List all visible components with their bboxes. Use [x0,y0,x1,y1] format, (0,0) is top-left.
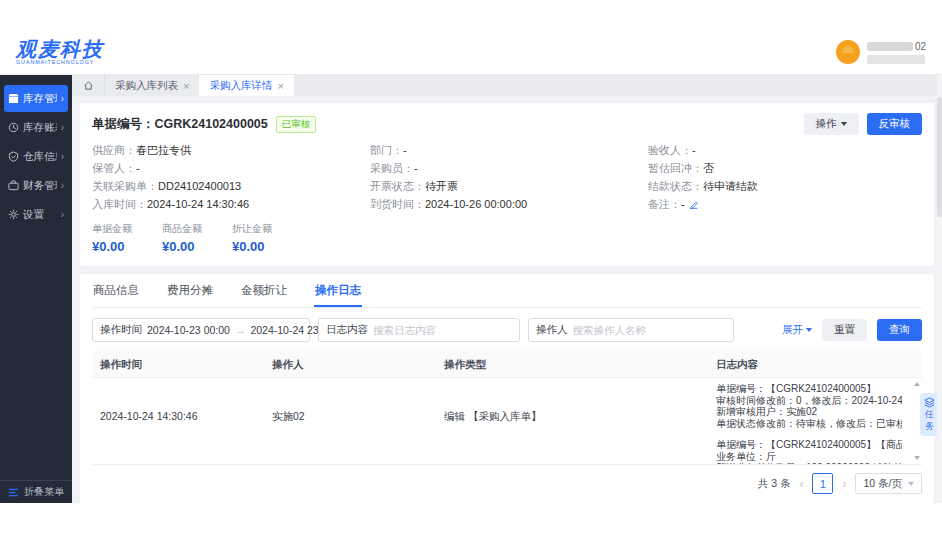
doc-number: CGRK24102400005 [155,117,268,131]
tab-operation-log[interactable]: 操作日志 [314,274,362,307]
sidebar-item-inventory-ledger[interactable]: 库存账表 › [4,114,68,141]
search-button[interactable]: 查询 [877,319,922,341]
prev-page-icon[interactable]: ‹ [799,478,803,490]
page-scrollbar[interactable] [937,75,942,503]
log-content-filter[interactable]: 日志内容 [318,318,520,342]
col-operation-time: 操作时间 [92,351,264,377]
sidebar-spacer [0,229,72,480]
home-icon [83,80,94,91]
sidebar-item-finance-mgmt[interactable]: 财务管理 › [4,172,68,199]
tab-goods-info[interactable]: 商品信息 [92,274,140,307]
page-number[interactable]: 1 [812,473,833,494]
chevron-down-icon [806,328,812,332]
doc-number-label: 单据编号： [92,116,155,133]
sidebar-item-settings[interactable]: 设置 › [4,201,68,228]
edit-remark-icon[interactable] [689,200,699,210]
operator-input[interactable] [573,324,708,336]
sidebar: 库存管理 › 库存账表 › 仓库信息 › 财务 [0,75,72,503]
detail-panel: 商品信息 费用分摊 金额折让 操作日志 操作时间 2024-10-23 00:0… [80,274,934,503]
page-size-select[interactable]: 10 条/页 [855,473,922,494]
page: 观麦科技 GUANMAITECHNOLOGY 02 库存管理 › [0,0,942,543]
scrollbar-thumb[interactable] [937,97,942,217]
amount-doc-total: 单据金额 ¥0.00 [92,222,132,254]
field-purchaser: 采购员：- [370,162,648,175]
field-remark: 备注： - [648,198,922,211]
field-inbound-time: 入库时间：2024-10-24 14:30:46 [92,198,370,211]
field-settlement-status: 结款状态：待申请结款 [648,180,922,193]
app-window: 观麦科技 GUANMAITECHNOLOGY 02 库存管理 › [0,30,942,503]
log-content-input[interactable] [373,324,508,336]
field-related-purchase-order: 关联采购单：DD24102400013 [92,180,370,193]
cell-operation-time: 2024-10-24 14:30:46 [92,378,264,464]
tab-amount-discount[interactable]: 金额折让 [240,274,288,307]
log-entry: 单据编号：【CGRK24102400005】 审核时间修改前：0，修改后：202… [716,383,902,429]
brand-subtitle: GUANMAITECHNOLOGY [16,59,95,64]
task-label-char: 任 [925,410,934,420]
operator-filter[interactable]: 操作人 [528,318,734,342]
operate-dropdown-button[interactable]: 操作 [804,113,859,135]
log-filter-bar: 操作时间 2024-10-23 00:00 → 2024-10-24 23:59… [92,308,922,351]
chevron-down-icon [841,122,847,126]
operation-time-range-picker[interactable]: 操作时间 2024-10-23 00:00 → 2024-10-24 23:59 [92,318,310,342]
user-menu[interactable]: 02 [836,40,926,64]
table-header-row: 操作时间 操作人 操作类型 日志内容 [92,351,922,378]
ledger-icon [8,122,19,133]
amount-summary: 单据金额 ¥0.00 商品金额 ¥0.00 折让金额 ¥0.00 [92,222,922,254]
chevron-down-icon [908,482,914,486]
chevron-right-icon: › [61,122,64,133]
doc-header: 单据编号： CGRK24102400005 已审核 操作 反审核 [92,113,922,135]
amount-discount-total: 折让金额 ¥0.00 [232,222,272,254]
reverse-audit-button[interactable]: 反审核 [867,113,923,135]
col-operation-type: 操作类型 [436,351,708,377]
redaction-block [867,42,913,51]
brand-title: 观麦科技 [16,39,104,59]
scroll-up-icon[interactable] [914,382,920,386]
operator-label: 操作人 [536,323,568,337]
tab-bar: 采购入库列表 × 采购入库详情 × [72,75,942,96]
chevron-right-icon: › [61,93,64,104]
warehouse-icon [8,151,19,162]
user-info: 02 [867,41,926,64]
tab-label: 采购入库列表 [115,79,178,93]
field-estimate-writeback: 暂估回冲：否 [648,162,922,175]
scroll-down-icon[interactable] [914,456,920,460]
home-tab-button[interactable] [72,75,104,96]
tab-cost-allocation[interactable]: 费用分摊 [166,274,214,307]
operate-label: 操作 [816,117,837,131]
collapse-menu-button[interactable]: 折叠菜单 [0,480,72,503]
time-from-value[interactable]: 2024-10-23 00:00 [147,324,230,336]
avatar[interactable] [836,40,860,64]
expand-filters-link[interactable]: 展开 [782,323,812,337]
field-arrival-time: 到货时间：2024-10-26 00:00:00 [370,198,648,211]
user-name-suffix: 02 [915,41,926,52]
reverse-audit-label: 反审核 [879,117,911,131]
content-area: 单据编号： CGRK24102400005 已审核 操作 反审核 [72,96,942,503]
cell-operation-type: 编辑 【采购入库单】 [436,378,708,464]
field-department: 部门：- [370,144,648,157]
sidebar-item-warehouse-info[interactable]: 仓库信息 › [4,143,68,170]
close-icon[interactable]: × [277,80,283,92]
finance-icon [8,180,19,191]
total-count: 共 3 条 [758,477,791,491]
close-icon[interactable]: × [183,80,189,92]
inventory-icon [8,93,19,104]
operation-log-table: 操作时间 操作人 操作类型 日志内容 2024-10-24 14:30:46 实… [92,351,922,503]
chevron-right-icon: › [61,180,64,191]
range-arrow: → [235,324,246,336]
next-page-icon[interactable]: › [842,478,846,490]
doc-fields: 供应商：春巴拉专供 保管人：- 关联采购单：DD24102400013 入库时间… [92,144,922,211]
chevron-right-icon: › [61,151,64,162]
tab-purchase-inbound-list[interactable]: 采购入库列表 × [104,75,199,96]
reset-button[interactable]: 重置 [822,319,867,341]
sidebar-item-label: 设置 [23,208,57,222]
sidebar-item-label: 仓库信息 [23,150,57,164]
log-scroll-area[interactable]: 单据编号：【CGRK24102400005】 审核时间修改前：0，修改后：202… [716,383,914,465]
log-content-label: 日志内容 [326,323,368,337]
sidebar-item-inventory-mgmt[interactable]: 库存管理 › [4,85,68,112]
sidebar-item-label: 库存管理 [23,92,57,106]
col-log-content: 日志内容 [708,351,922,377]
tab-purchase-inbound-detail[interactable]: 采购入库详情 × [199,75,293,96]
field-invoice-status: 开票状态：待开票 [370,180,648,193]
collapse-menu-label: 折叠菜单 [24,485,64,499]
field-supplier: 供应商：春巴拉专供 [92,144,370,157]
